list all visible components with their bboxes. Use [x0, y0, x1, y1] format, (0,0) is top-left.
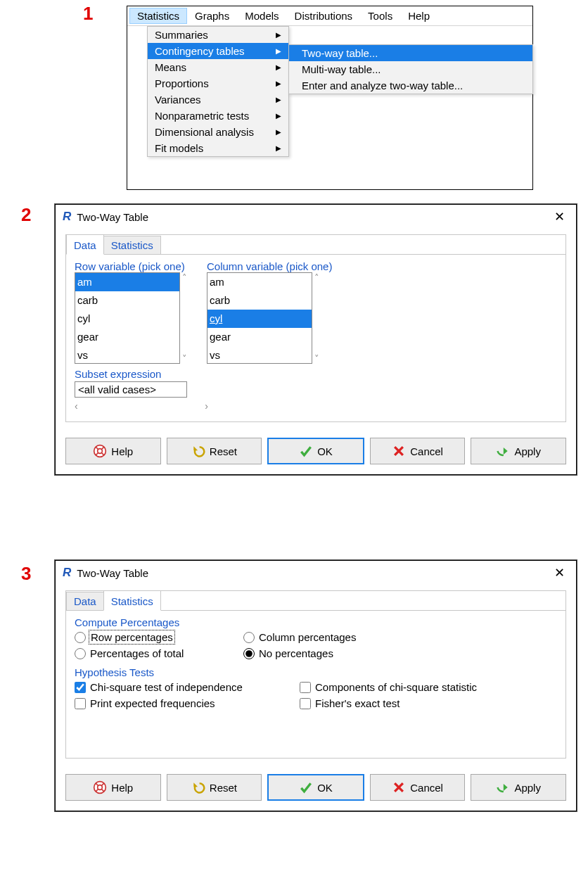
menu-tools[interactable]: Tools [360, 8, 400, 24]
menu-help[interactable]: Help [400, 8, 437, 24]
tab-statistics[interactable]: Statistics [103, 236, 161, 255]
scroll-spinner[interactable]: ˄˅ [180, 272, 187, 364]
menu-graphs[interactable]: Graphs [187, 8, 237, 24]
subset-expression-label: Subset expression [75, 368, 557, 380]
menu-item-label: Variances [155, 94, 201, 106]
menu-statistics[interactable]: Statistics [129, 8, 187, 24]
help-button[interactable]: Help [65, 438, 161, 464]
tab-body-data: Row variable (pick one) am carb cyl gear… [66, 254, 565, 421]
list-item[interactable]: carb [207, 291, 312, 310]
compute-percentages-header: Compute Percentages [75, 616, 557, 628]
step-number-2: 2 [21, 204, 31, 226]
column-variable-listbox[interactable]: am carb cyl gear vs [207, 272, 312, 364]
radio-column-percentages[interactable]: Column percentages [243, 631, 557, 643]
chevron-right-icon: › [205, 400, 208, 412]
menu-distributions[interactable]: Distributions [287, 8, 361, 24]
menu-fit-models[interactable]: Fit models▶ [148, 140, 288, 156]
titlebar: R Two-Way Table ✕ [56, 561, 576, 585]
menu-item-label: Proportions [155, 77, 209, 89]
cancel-button[interactable]: Cancel [370, 438, 466, 464]
reset-button[interactable]: Reset [167, 774, 262, 801]
radio-row-percentages[interactable]: Row percentages [75, 631, 243, 643]
cross-icon [392, 780, 406, 794]
list-item[interactable]: vs [75, 346, 179, 364]
list-item[interactable]: carb [75, 291, 179, 310]
button-label: Cancel [410, 445, 443, 457]
titlebar: R Two-Way Table ✕ [56, 205, 576, 229]
checkbox-label: Components of chi-square statistic [315, 681, 477, 693]
button-label: Apply [514, 782, 541, 794]
list-item[interactable]: vs [207, 346, 312, 364]
tabs: Data Statistics [66, 234, 565, 255]
menu-models[interactable]: Models [237, 8, 286, 24]
list-item[interactable]: gear [207, 328, 312, 346]
submenu-two-way-table[interactable]: Two-way table... [289, 45, 532, 61]
checkbox-label: Chi-square test of independence [90, 681, 243, 693]
tab-statistics[interactable]: Statistics [103, 590, 161, 611]
ok-button[interactable]: OK [267, 438, 364, 464]
checkbox-expected-frequencies[interactable]: Print expected frequencies [75, 697, 300, 709]
horizontal-scroll[interactable]: ‹› [75, 400, 208, 412]
dialog-title: Two-Way Table [77, 567, 148, 579]
scroll-spinner[interactable]: ˄˅ [312, 272, 319, 364]
checkbox-label: Fisher's exact test [315, 697, 400, 709]
undo-arrow-icon [191, 444, 205, 458]
chevron-right-icon: ▶ [276, 144, 281, 152]
menu-nonparametric-tests[interactable]: Nonparametric tests▶ [148, 108, 288, 124]
menubar: Statistics Graphs Models Distributions T… [127, 6, 532, 26]
submenu-multi-way-table[interactable]: Multi-way table... [289, 61, 532, 77]
tab-data[interactable]: Data [66, 592, 104, 611]
chevron-right-icon: ▶ [276, 63, 281, 71]
button-label: Apply [514, 445, 541, 457]
lifebuoy-icon [93, 780, 107, 794]
checkbox-fisher-exact[interactable]: Fisher's exact test [300, 697, 557, 709]
reset-button[interactable]: Reset [167, 438, 262, 464]
submenu-enter-analyze[interactable]: Enter and analyze two-way table... [289, 77, 532, 94]
menu-variances[interactable]: Variances▶ [148, 91, 288, 108]
r-logo-icon: R [63, 566, 71, 580]
step-number-1: 1 [83, 3, 93, 25]
lifebuoy-icon [93, 444, 107, 458]
radio-percentages-of-total[interactable]: Percentages of total [75, 647, 243, 659]
ok-button[interactable]: OK [267, 774, 364, 801]
list-item[interactable]: am [75, 273, 179, 291]
two-way-table-dialog-data: R Two-Way Table ✕ Data Statistics Row va… [55, 204, 577, 475]
cancel-button[interactable]: Cancel [370, 774, 466, 801]
close-button[interactable]: ✕ [550, 565, 569, 581]
menu-summaries[interactable]: Summaries▶ [148, 27, 288, 43]
radio-no-percentages[interactable]: No percentages [243, 647, 557, 659]
help-button[interactable]: Help [65, 774, 161, 801]
tab-data[interactable]: Data [66, 234, 104, 255]
checkbox-label: Print expected frequencies [90, 697, 215, 709]
menu-item-label: Nonparametric tests [155, 110, 249, 122]
column-variable-label: Column variable (pick one) [207, 260, 332, 272]
checkbox-chi-square-components[interactable]: Components of chi-square statistic [300, 681, 557, 693]
menu-dimensional-analysis[interactable]: Dimensional analysis▶ [148, 124, 288, 140]
list-item[interactable]: gear [75, 328, 179, 346]
menu-contingency-tables[interactable]: Contingency tables▶ [148, 43, 288, 59]
apply-button[interactable]: Apply [471, 438, 566, 464]
button-label: OK [317, 782, 333, 794]
chevron-down-icon: ˅ [314, 353, 319, 364]
apply-button[interactable]: Apply [471, 774, 566, 801]
button-label: Reset [210, 782, 237, 794]
contingency-submenu: Two-way table... Multi-way table... Ente… [288, 44, 533, 94]
subset-expression-input[interactable] [75, 381, 187, 398]
two-way-table-dialog-statistics: R Two-Way Table ✕ Data Statistics Comput… [55, 560, 577, 811]
menu-item-label: Dimensional analysis [155, 126, 254, 138]
chevron-right-icon: ▶ [276, 47, 281, 55]
list-item[interactable]: am [207, 273, 312, 291]
list-item[interactable]: cyl [75, 310, 179, 328]
button-label: Reset [210, 445, 237, 457]
menu-item-label: Enter and analyze two-way table... [302, 80, 463, 91]
checkbox-chi-square[interactable]: Chi-square test of independence [75, 681, 300, 693]
menu-item-label: Means [155, 61, 186, 73]
menu-means[interactable]: Means▶ [148, 59, 288, 75]
radio-label: Percentages of total [90, 647, 184, 659]
menu-proportions[interactable]: Proportions▶ [148, 75, 288, 91]
row-variable-listbox[interactable]: am carb cyl gear vs [75, 272, 180, 364]
list-item[interactable]: cyl [207, 310, 312, 328]
close-button[interactable]: ✕ [550, 209, 569, 224]
check-icon [299, 780, 313, 794]
menu-item-label: Two-way table... [302, 47, 378, 59]
